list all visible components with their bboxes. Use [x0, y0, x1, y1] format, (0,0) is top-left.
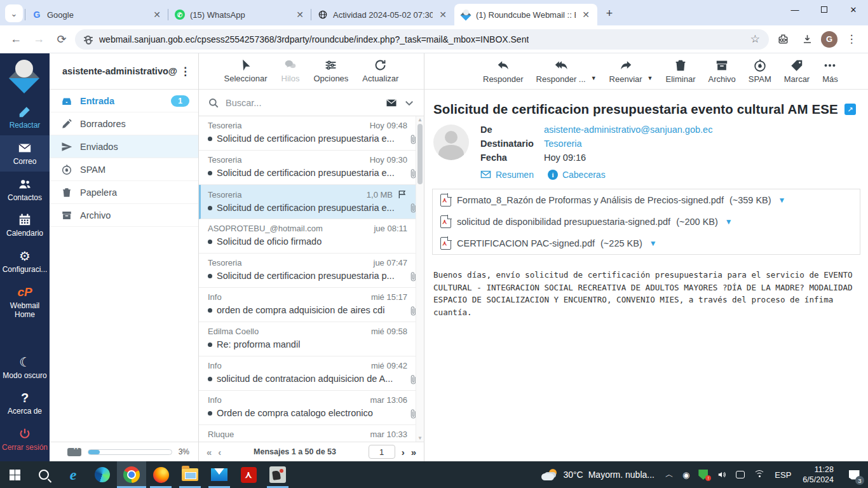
taskbar-ie[interactable]: e — [58, 461, 88, 488]
extensions-icon[interactable] — [773, 29, 793, 50]
attachment-name[interactable]: Formato_8_Razón de Proformas y Análisis … — [457, 195, 724, 205]
header-to-address[interactable]: Tesoreria — [544, 139, 582, 149]
back-button[interactable]: ← — [6, 30, 25, 49]
message-row[interactable]: TesoreriaHoy 09:30 Solicitud de certific… — [199, 151, 424, 185]
attachment-item[interactable]: ⋏ solicitud de disponibilidad presupuest… — [433, 211, 860, 233]
folder-enviados[interactable]: Enviados — [50, 135, 198, 158]
forward-button[interactable]: Reenviar — [609, 58, 642, 84]
threads-button[interactable]: Hilos — [281, 58, 300, 83]
message-row[interactable]: Tesoreriajue 07:47 Solicitud de certific… — [199, 254, 424, 288]
new-tab-button[interactable]: + — [601, 5, 618, 22]
scrollbar-thumb[interactable] — [417, 124, 423, 184]
taskbar-app[interactable] — [263, 461, 292, 488]
site-settings-icon[interactable] — [84, 37, 93, 41]
taskbar-firefox[interactable] — [146, 461, 175, 488]
message-row[interactable]: Infomié 15:17 orden de compra adquisicio… — [199, 288, 424, 322]
open-in-new-window-icon[interactable]: ↗ — [844, 104, 856, 115]
taskbar-clock[interactable]: 11:28 6/5/2024 — [796, 464, 840, 485]
flag-icon[interactable] — [397, 189, 407, 200]
close-tab-icon[interactable]: ✕ — [438, 10, 448, 20]
scroll-down-icon[interactable]: ▼ — [417, 435, 423, 441]
close-window-button[interactable]: ✕ — [839, 0, 868, 19]
sidebar-item-configuracion[interactable]: ⚙ Configuraci... — [0, 243, 50, 280]
minimize-button[interactable]: — — [780, 0, 810, 19]
folder-entrada[interactable]: Entrada 1 — [50, 90, 198, 112]
reload-button[interactable]: ⟳ — [52, 30, 71, 49]
tray-record-icon[interactable]: ◉ — [678, 470, 694, 480]
message-row[interactable]: Rluquemar 10:33 — [199, 425, 424, 442]
sidebar-item-contactos[interactable]: Contactos — [0, 172, 50, 208]
select-button[interactable]: Seleccionar — [224, 58, 268, 83]
reply-all-button[interactable]: Responder ... — [536, 58, 586, 84]
headers-link[interactable]: i Cabeceras — [548, 170, 606, 180]
spam-button[interactable]: SPAM — [749, 58, 771, 84]
header-from-address[interactable]: asistente-administrativo@sanjuan.gob.ec — [544, 125, 712, 135]
reply-menu-caret-icon[interactable]: ▼ — [591, 75, 597, 81]
tab-search-button[interactable]: ⌄ — [5, 4, 23, 22]
taskbar-chrome[interactable] — [117, 461, 146, 488]
bookmark-star-icon[interactable]: ☆ — [750, 32, 760, 46]
tab-google[interactable]: G Google ✕ — [25, 4, 168, 25]
tab-roundcube-active[interactable]: (1) Roundcube Webmail :: Envia ✕ — [454, 4, 597, 25]
refresh-button[interactable]: Actualizar — [362, 58, 398, 83]
attachment-item[interactable]: ⋏ Formato_8_Razón de Proformas y Análisi… — [433, 189, 860, 211]
scroll-up-icon[interactable]: ▲ — [417, 117, 423, 123]
message-row[interactable]: Infomar 13:06 Orden de compra catalogo e… — [199, 391, 424, 425]
delete-button[interactable]: Eliminar — [666, 58, 696, 84]
tab-actividad[interactable]: Actividad 2024-05-02 07:30:00 ✕ — [311, 4, 454, 25]
sidebar-item-acerca-de[interactable]: ? Acerca de — [0, 385, 50, 421]
message-row[interactable]: Edilma Coellomié 09:58 Re: proforma mand… — [199, 322, 424, 356]
attachment-item[interactable]: ⋏ CERTIFICACION PAC-signed.pdf (~225 KB)… — [433, 233, 860, 254]
sidebar-item-calendario[interactable]: Calendario — [0, 207, 50, 243]
forward-button[interactable]: → — [29, 30, 48, 49]
sidebar-item-modo-oscuro[interactable]: ☾ Modo oscuro — [0, 349, 50, 386]
close-tab-icon[interactable]: ✕ — [581, 10, 591, 20]
folder-borradores[interactable]: Borradores — [50, 112, 198, 135]
taskbar-explorer[interactable] — [175, 461, 205, 488]
folder-options-icon[interactable]: ⋮ — [177, 65, 193, 78]
close-tab-icon[interactable]: ✕ — [295, 10, 305, 20]
prev-page-icon[interactable]: ‹ — [218, 447, 221, 458]
message-row[interactable]: TesoreriaHoy 09:48 Solicitud de certific… — [199, 116, 424, 151]
search-bar[interactable]: Buscar... — [199, 90, 424, 116]
first-page-icon[interactable]: « — [207, 447, 212, 458]
attachment-menu-icon[interactable]: ▼ — [778, 196, 786, 205]
last-page-icon[interactable]: » — [411, 447, 416, 458]
sidebar-item-cerrar-sesion[interactable]: Cerrar sesión — [0, 421, 50, 461]
taskbar-search-button[interactable] — [29, 461, 58, 488]
summary-link[interactable]: Resumen — [480, 169, 534, 180]
more-button[interactable]: Más — [822, 58, 838, 84]
taskbar-edge[interactable] — [88, 461, 117, 488]
page-input[interactable] — [369, 445, 395, 459]
browser-menu-icon[interactable]: ⋮ — [841, 29, 862, 50]
attachment-menu-icon[interactable]: ▼ — [725, 217, 733, 226]
language-indicator[interactable]: ESP — [770, 470, 796, 480]
message-row-selected[interactable]: Tesoreria1,0 MB Solicitud de certificaci… — [199, 185, 424, 219]
message-row[interactable]: Infomié 09:42 solicitud de contratacion … — [199, 356, 424, 391]
chevron-down-icon[interactable] — [403, 97, 415, 109]
taskbar-weather[interactable]: 30°C Mayorm. nubla... — [535, 469, 661, 480]
profile-avatar[interactable]: G — [821, 31, 837, 48]
forward-menu-caret-icon[interactable]: ▼ — [648, 75, 653, 81]
network-icon[interactable] — [749, 470, 770, 479]
volume-icon[interactable] — [712, 470, 731, 479]
message-row[interactable]: ASOPROTEBU_@hotmail.comjue 08:11 Solicit… — [199, 219, 424, 254]
tray-expand-icon[interactable]: ︿ — [661, 469, 678, 480]
reply-button[interactable]: Responder — [483, 58, 524, 84]
notification-center-button[interactable]: 3 — [840, 461, 868, 488]
sidebar-item-webmail-home[interactable]: cP Webmail Home — [0, 280, 50, 325]
attachment-name[interactable]: CERTIFICACION PAC-signed.pdf — [457, 238, 595, 248]
attachment-menu-icon[interactable]: ▼ — [649, 239, 657, 248]
maximize-button[interactable] — [810, 0, 839, 19]
sidebar-item-correo[interactable]: Correo — [0, 135, 50, 172]
options-button[interactable]: Opciones — [313, 58, 348, 83]
archive-button[interactable]: Archivo — [709, 58, 736, 84]
folder-papelera[interactable]: Papelera — [50, 181, 198, 204]
list-scrollbar[interactable]: ▲ ▼ — [416, 116, 424, 442]
next-page-icon[interactable]: › — [402, 447, 405, 458]
search-scope-mail-icon[interactable] — [386, 97, 397, 109]
tab-whatsapp[interactable]: ✆ (15) WhatsApp ✕ — [168, 4, 311, 25]
taskbar-acrobat[interactable]: ⋏ — [234, 461, 263, 488]
close-tab-icon[interactable]: ✕ — [152, 10, 162, 20]
taskbar-mail[interactable] — [205, 461, 234, 488]
